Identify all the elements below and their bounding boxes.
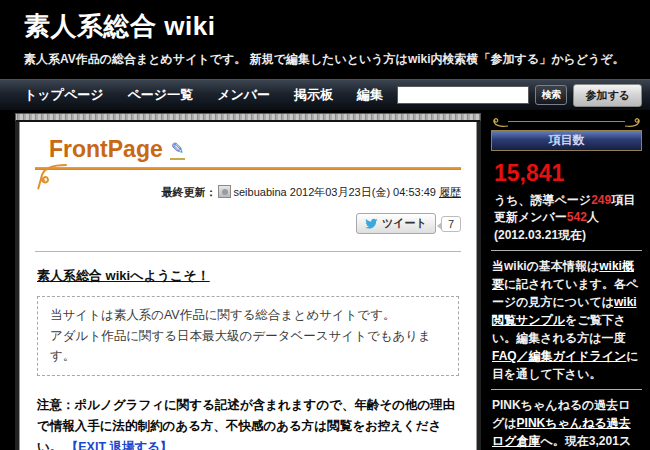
content-box: FrontPage ✎ 最終更新：seibuabina 2012年03月23日(… <box>15 122 481 450</box>
last-updated-datetime: 2012年03月23日(金) 04:53:49 <box>290 186 436 198</box>
corner-flourish-left-icon <box>492 117 508 130</box>
sidebar-info-2: PINKちゃんねるの過去ログはPINKちゃんねる過去ログ倉庫へ。現在3,201ス… <box>492 396 642 450</box>
intro-line-2: アダルト作品に関する日本最大級のデータベースサイトでもあります。 <box>50 326 446 367</box>
item-count-value: 15,841 <box>494 160 642 187</box>
note1-post: 項目 <box>611 193 635 207</box>
nav-items: トップページ ページ一覧 メンバー 掲示板 編集 <box>24 86 383 104</box>
nav-bar: トップページ ページ一覧 メンバー 掲示板 編集 検索 参加する <box>0 79 650 110</box>
flourish-icon <box>37 163 67 190</box>
intro-line-1: 当サイトは素人系のAV作品に関する総合まとめサイトです。 <box>50 305 446 326</box>
site-title: 素人系総合 wiki <box>24 9 650 44</box>
site-subtitle: 素人系AV作品の総合まとめサイトです。 新規で編集したいという方はwiki内検索… <box>24 51 650 68</box>
corner-flourish-right-icon <box>625 117 641 130</box>
nav-item-page-list[interactable]: ページ一覧 <box>128 86 194 104</box>
note1-num: 249 <box>591 193 611 207</box>
pencil-icon: ✎ <box>171 139 184 158</box>
history-link[interactable]: 履歴 <box>439 186 461 198</box>
count-note-2: 更新メンバー542人 <box>494 209 642 226</box>
notice-paragraph: 注意：ポルノグラフィに関する記述が含まれますので、年齢その他の理由で情報入手に法… <box>37 395 459 450</box>
info1-t1: 当wikiの基本情報は <box>492 259 599 273</box>
nav-search-area: 検索 参加する <box>397 84 642 107</box>
welcome-heading: 素人系総合 wikiへようこそ！ <box>37 267 461 285</box>
tweet-count-badge[interactable]: 7 <box>441 216 461 232</box>
user-avatar-icon <box>218 185 231 198</box>
last-updated-label: 最終更新： <box>162 186 217 198</box>
sidebar-divider-2 <box>491 389 642 390</box>
note2-num: 542 <box>567 210 587 224</box>
note2-pre: 更新メンバー <box>494 210 567 224</box>
count-note-1: うち、誘導ページ249項目 <box>494 192 642 209</box>
nav-item-bbs[interactable]: 掲示板 <box>294 86 333 104</box>
main-row: FrontPage ✎ 最終更新：seibuabina 2012年03月23日(… <box>0 113 650 450</box>
thread-count: 3,201 <box>589 434 619 448</box>
nav-item-edit[interactable]: 編集 <box>357 86 383 104</box>
sidebar-info-1: 当wikiの基本情報はwiki概要に記されています。各ページの見方についてはwi… <box>492 257 642 383</box>
last-updated-line: 最終更新：seibuabina 2012年03月23日(金) 04:53:49 … <box>35 185 461 200</box>
note2-post: 人 <box>587 210 599 224</box>
faq-guideline-link[interactable]: FAQ／編集ガイドライン <box>492 349 626 363</box>
tweet-button-label: ツイート <box>382 216 427 231</box>
search-button[interactable]: 検索 <box>535 85 567 105</box>
edit-page-button[interactable]: ✎ <box>170 139 185 160</box>
join-button[interactable]: 参加する <box>573 84 642 107</box>
last-updated-user: seibuabina <box>234 186 287 198</box>
twitter-bird-icon <box>365 217 378 230</box>
note1-pre: うち、誘導ページ <box>494 193 591 207</box>
content-column: FrontPage ✎ 最終更新：seibuabina 2012年03月23日(… <box>15 113 481 450</box>
search-input[interactable] <box>397 86 529 104</box>
sidebar-divider-1 <box>491 250 642 251</box>
metal-strip-decoration <box>15 113 481 122</box>
nav-item-members[interactable]: メンバー <box>217 86 270 104</box>
exit-link[interactable]: 【EXIT 退場する】 <box>66 440 173 450</box>
sidebar: 項目数 15,841 うち、誘導ページ249項目 更新メンバー542人 (201… <box>488 113 645 450</box>
orange-divider <box>35 167 461 170</box>
content-divider <box>35 251 461 252</box>
tweet-row: ツイート 7 <box>35 213 461 234</box>
item-count-header: 項目数 <box>491 130 642 151</box>
info2-t2: へ。現在 <box>541 434 589 448</box>
intro-box: 当サイトは素人系のAV作品に関する総合まとめサイトです。 アダルト作品に関する日… <box>37 296 459 376</box>
tweet-button[interactable]: ツイート <box>356 213 436 234</box>
page-title: FrontPage <box>49 136 163 163</box>
site-header: 素人系総合 wiki 素人系AV作品の総合まとめサイトです。 新規で編集したいと… <box>0 0 650 68</box>
sidebar-ornament <box>492 117 641 130</box>
page-title-row: FrontPage ✎ <box>49 136 461 163</box>
nav-item-top-page[interactable]: トップページ <box>24 86 104 104</box>
ornament-line <box>508 121 625 122</box>
count-date: (2012.03.21現在) <box>494 227 642 244</box>
